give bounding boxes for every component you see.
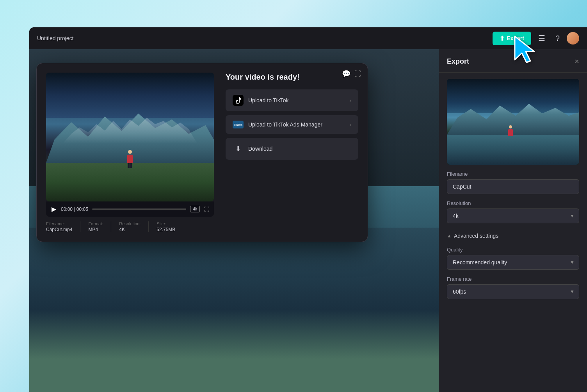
advanced-chevron-icon: ▲	[447, 233, 452, 239]
chevron-right-1: ›	[349, 97, 351, 103]
thumb-figure	[508, 125, 513, 136]
file-info-divider-1	[80, 221, 80, 232]
comment-icon-button[interactable]: 💬	[342, 69, 350, 78]
size-label: Size:	[157, 221, 175, 226]
thumb-figure-body	[508, 129, 513, 136]
format-value: MP4	[88, 227, 103, 232]
current-time: 00:00	[61, 207, 73, 212]
chevron-right-2: ›	[349, 121, 351, 128]
menu-icon-button[interactable]: ☰	[535, 32, 548, 45]
upload-tiktok-button[interactable]: Upload to TikTok ›	[226, 89, 358, 111]
resolution-value: 4K	[119, 227, 141, 232]
download-label: Download	[248, 146, 272, 152]
top-bar: Untitled project ⬆ Export ☰ ?	[29, 27, 587, 49]
ready-title: Your video is ready!	[226, 73, 358, 82]
filename-value: CapCut.mp4	[46, 227, 72, 232]
video-scene	[46, 73, 214, 201]
filename-input[interactable]	[447, 179, 579, 194]
fullscreen-button[interactable]: ⛶	[204, 206, 209, 212]
dialog-icons: 💬 ⛶	[342, 69, 361, 78]
quality-select-wrapper: Recommended quality ▼	[447, 255, 579, 270]
resolution-group: Resolution 4k ▼	[447, 200, 579, 223]
framerate-group: Frame rate 60fps ▼	[447, 276, 579, 299]
resolution-select[interactable]: 4k	[447, 208, 579, 223]
figure-head	[128, 150, 132, 154]
upload-tiktok-label: Upload to TikTok	[248, 97, 289, 103]
editor-area: 💬 ⛶	[29, 49, 439, 392]
video-sky	[46, 73, 214, 118]
help-icon-button[interactable]: ?	[552, 32, 563, 45]
figure-leg-right	[130, 163, 132, 168]
advanced-settings-toggle[interactable]: ▲ Advanced settings	[447, 230, 579, 242]
avatar[interactable]	[567, 32, 579, 45]
thumb-ice	[447, 135, 579, 165]
project-title: Untitled project	[37, 35, 73, 41]
main-content: 💬 ⛶	[29, 49, 587, 392]
fullscreen-icon-button[interactable]: ⛶	[354, 69, 361, 78]
resolution-select-wrapper: 4k ▼	[447, 208, 579, 223]
framerate-select-wrapper: 60fps ▼	[447, 284, 579, 299]
upload-ads-button[interactable]: TikTok Upload to TikTok Ads Manager ›	[226, 115, 358, 134]
thumb-scene	[447, 79, 579, 165]
download-icon: ⬇	[233, 143, 244, 154]
bg-mountain	[29, 228, 439, 392]
resolution-field-label: Resolution	[447, 200, 579, 206]
advanced-settings-label: Advanced settings	[454, 233, 498, 239]
close-button[interactable]: ×	[575, 57, 579, 66]
file-info-divider-2	[111, 221, 111, 232]
tiktok-ads-icon: TikTok	[233, 121, 244, 128]
export-button-label: Export	[507, 35, 524, 41]
file-info-resolution: Resolution: 4K	[119, 221, 141, 232]
dialog-main: ▶ 00:00 | 00:05 4k ⛶	[46, 73, 358, 232]
file-info: Filename: CapCut.mp4 Format: MP4 Resolut…	[46, 221, 214, 232]
export-dialog: 💬 ⛶	[36, 63, 368, 242]
download-button[interactable]: ⬇ Download	[226, 138, 358, 160]
panel-fields: Filename Resolution 4k ▼ ▲ Advanced sett…	[439, 171, 587, 392]
resolution-label: Resolution:	[119, 221, 141, 226]
video-frame	[46, 73, 214, 201]
filename-field-label: Filename	[447, 171, 579, 177]
video-figure	[126, 150, 133, 166]
upload-icon: ⬆	[500, 35, 505, 42]
resolution-select-value: 4k	[453, 213, 459, 219]
format-label: Format:	[88, 221, 103, 226]
app-window: Untitled project ⬆ Export ☰ ? 💬 ⛶	[29, 27, 587, 392]
thumb-sky	[447, 79, 579, 113]
upload-ads-left: TikTok Upload to TikTok Ads Manager	[233, 121, 322, 128]
video-controls: ▶ 00:00 | 00:05 4k ⛶	[46, 201, 214, 217]
file-info-divider-3	[148, 221, 149, 232]
progress-bar[interactable]	[92, 208, 187, 210]
upload-tiktok-left: Upload to TikTok	[233, 95, 289, 106]
quality-select[interactable]: Recommended quality	[447, 255, 579, 270]
quality-group: Quality Recommended quality ▼	[447, 247, 579, 270]
time-display: 00:00 | 00:05	[61, 207, 88, 212]
video-ground	[46, 163, 214, 201]
file-info-filename: Filename: CapCut.mp4	[46, 221, 72, 232]
filename-group: Filename	[447, 171, 579, 194]
top-bar-right: ⬆ Export ☰ ?	[493, 32, 579, 45]
framerate-select-value: 60fps	[453, 289, 466, 295]
quality-select-value: Recommended quality	[453, 259, 507, 265]
play-button[interactable]: ▶	[51, 205, 57, 214]
filename-label: Filename:	[46, 221, 72, 226]
figure-body	[127, 155, 133, 163]
tiktok-icon	[233, 95, 244, 106]
export-button[interactable]: ⬆ Export	[493, 32, 531, 45]
upload-ads-label: Upload to TikTok Ads Manager	[248, 121, 322, 128]
quality-field-label: Quality	[447, 247, 579, 253]
panel-thumbnail	[447, 79, 579, 165]
export-panel-header: Export ×	[439, 49, 587, 73]
file-info-size: Size: 52.75MB	[157, 221, 175, 232]
file-info-format: Format: MP4	[88, 221, 103, 232]
quality-badge: 4k	[190, 206, 200, 212]
download-left: ⬇ Download	[233, 143, 272, 154]
export-panel-title: Export	[447, 57, 469, 66]
figure-legs	[126, 163, 133, 168]
size-value: 52.75MB	[157, 227, 175, 232]
figure-leg-left	[128, 163, 130, 168]
video-preview: ▶ 00:00 | 00:05 4k ⛶	[46, 73, 214, 232]
thumb-figure-head	[509, 125, 512, 128]
framerate-select[interactable]: 60fps	[447, 284, 579, 299]
duration: 00:05	[76, 207, 88, 212]
export-panel: Export × Filename	[439, 49, 587, 392]
